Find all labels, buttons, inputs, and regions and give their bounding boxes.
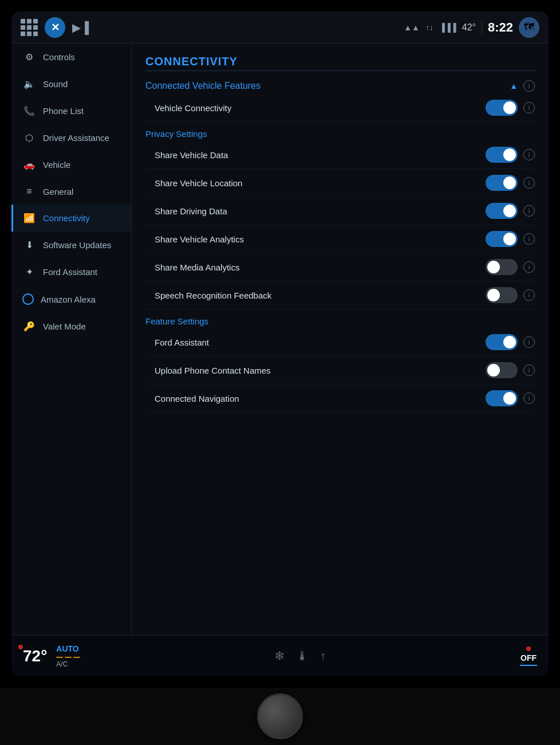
sidebar-item-sound[interactable]: 🔈 Sound <box>11 70 131 97</box>
fan-icon[interactable]: ❄ <box>274 649 285 664</box>
sidebar-item-valet-mode[interactable]: 🔑 Valet Mode <box>11 313 131 340</box>
sidebar-label-software-updates: Software Updates <box>43 240 111 250</box>
vehicle-icon: 🚗 <box>22 159 36 170</box>
info-icon-vc[interactable]: i <box>523 102 535 113</box>
share-driving-data-label: Share Driving Data <box>155 206 227 216</box>
max-defrost-icon[interactable]: ↑ <box>320 649 326 664</box>
section-title: CONNECTIVITY <box>145 55 535 68</box>
toggle-knob <box>503 205 516 217</box>
connected-vehicle-features-label[interactable]: Connected Vehicle Features <box>145 81 261 91</box>
share-vehicle-data-toggle[interactable] <box>486 147 518 163</box>
valet-mode-icon: 🔑 <box>22 321 36 332</box>
share-media-analytics-toggle[interactable] <box>486 259 518 275</box>
setting-row-right: i <box>486 100 535 116</box>
share-media-analytics-label: Share Media Analytics <box>155 262 239 272</box>
sidebar-label-valet-mode: Valet Mode <box>43 321 86 331</box>
info-icon-srf[interactable]: i <box>523 289 535 301</box>
sidebar-item-software-updates[interactable]: ⬇ Software Updates <box>11 232 131 258</box>
clock: 8:22 <box>488 20 513 35</box>
volume-knob[interactable] <box>257 693 303 739</box>
setting-row-share-media-analytics: Share Media Analytics i <box>145 253 535 281</box>
ford-assistant-setting-label: Ford Assistant <box>155 338 209 347</box>
connected-navigation-label: Connected Navigation <box>155 394 239 403</box>
sidebar-item-ford-assistant[interactable]: ✦ Ford Assistant <box>11 258 131 285</box>
share-vehicle-location-label: Share Vehicle Location <box>155 178 242 188</box>
sidebar-item-controls[interactable]: ⚙ Controls <box>11 44 131 70</box>
info-icon-sdd[interactable]: i <box>523 205 535 217</box>
upload-phone-contact-names-toggle[interactable] <box>486 362 518 378</box>
section-divider <box>145 70 535 71</box>
privacy-settings-title: Privacy Settings <box>145 122 535 141</box>
ford-assistant-toggle[interactable] <box>486 334 518 350</box>
toggle-knob <box>503 233 516 245</box>
chevron-up-icon[interactable]: ▲ <box>510 81 518 91</box>
software-updates-icon: ⬇ <box>22 240 36 250</box>
share-vehicle-analytics-toggle[interactable] <box>486 231 518 247</box>
alexa-icon <box>22 293 34 305</box>
phone-icon: 📞 <box>22 105 36 116</box>
grid-menu-icon[interactable] <box>21 19 38 36</box>
sidebar: ⚙ Controls 🔈 Sound 📞 Phone List ⬡ Driver… <box>11 44 132 635</box>
sidebar-label-driver-assistance: Driver Assistance <box>43 133 109 143</box>
sidebar-item-amazon-alexa[interactable]: Amazon Alexa <box>11 285 131 313</box>
sidebar-item-connectivity[interactable]: 📶 Connectivity <box>11 205 131 232</box>
avatar[interactable]: 🗺 <box>519 17 539 38</box>
info-icon-cn[interactable]: i <box>523 393 535 404</box>
off-label: OFF <box>520 653 537 662</box>
info-icon-svl[interactable]: i <box>523 177 535 189</box>
speech-recognition-feedback-toggle[interactable] <box>486 287 518 303</box>
close-button[interactable]: ✕ <box>45 17 65 38</box>
share-vehicle-data-label: Share Vehicle Data <box>155 150 228 160</box>
media-icon[interactable]: ▶▐ <box>72 21 89 34</box>
setting-row-right-sma: i <box>486 259 535 275</box>
info-icon-sma[interactable]: i <box>523 261 535 273</box>
info-icon-sva[interactable]: i <box>523 233 535 245</box>
sidebar-label-connectivity: Connectivity <box>43 213 90 223</box>
setting-row-share-vehicle-location: Share Vehicle Location i <box>145 169 535 197</box>
sidebar-item-general[interactable]: ≡ General <box>11 178 131 205</box>
setting-row-right-sdd: i <box>486 203 535 219</box>
sidebar-label-ford-assistant: Ford Assistant <box>43 267 97 277</box>
info-icon-fa[interactable]: i <box>523 336 535 348</box>
connected-navigation-toggle[interactable] <box>486 390 518 406</box>
share-vehicle-location-toggle[interactable] <box>486 175 518 191</box>
general-icon: ≡ <box>22 186 36 197</box>
sidebar-label-general: General <box>43 187 73 197</box>
info-icon-upc[interactable]: i <box>523 364 535 376</box>
cabin-temperature[interactable]: 72° <box>23 647 47 665</box>
sidebar-item-driver-assistance[interactable]: ⬡ Driver Assistance <box>11 124 131 151</box>
sound-icon: 🔈 <box>22 79 36 89</box>
cabin-temp-value: 72° <box>23 647 47 665</box>
share-driving-data-toggle[interactable] <box>486 203 518 219</box>
bottom-center-controls: ❄ 🌡 ↑ <box>274 649 326 664</box>
rear-off-button[interactable]: OFF <box>520 646 537 666</box>
toggle-knob <box>487 289 500 301</box>
vehicle-connectivity-toggle[interactable] <box>486 100 518 116</box>
feature-settings-title: Feature Settings <box>145 309 535 328</box>
connectivity-icon: 📶 <box>22 213 36 223</box>
defrost-icon[interactable]: 🌡 <box>296 649 309 664</box>
off-blue-line <box>520 665 537 666</box>
auto-label[interactable]: AUTO <box>56 644 80 653</box>
setting-row-right-fa: i <box>486 334 535 350</box>
divider <box>482 21 482 34</box>
info-icon-svd[interactable]: i <box>523 149 535 160</box>
setting-row-speech-recognition-feedback: Speech Recognition Feedback i <box>145 281 535 309</box>
climate-lines <box>56 657 80 658</box>
toggle-knob <box>487 364 500 377</box>
setting-row-right-svd: i <box>486 147 535 163</box>
group-header-right: ▲ i <box>510 80 535 92</box>
toggle-knob <box>503 336 516 348</box>
ac-label[interactable]: A/C <box>56 660 80 668</box>
toggle-knob <box>503 148 516 161</box>
sidebar-label-controls: Controls <box>43 52 75 62</box>
sidebar-item-phone-list[interactable]: 📞 Phone List <box>11 97 131 124</box>
connected-vehicle-features-header[interactable]: Connected Vehicle Features ▲ i <box>145 80 535 92</box>
sidebar-item-vehicle[interactable]: 🚗 Vehicle <box>11 151 131 178</box>
setting-row-ford-assistant: Ford Assistant i <box>145 328 535 356</box>
info-icon-cvf[interactable]: i <box>523 80 535 92</box>
ford-assistant-icon: ✦ <box>22 266 36 277</box>
setting-row-share-driving-data: Share Driving Data i <box>145 197 535 225</box>
setting-row-right-sva: i <box>486 231 535 247</box>
toggle-knob <box>503 392 516 405</box>
